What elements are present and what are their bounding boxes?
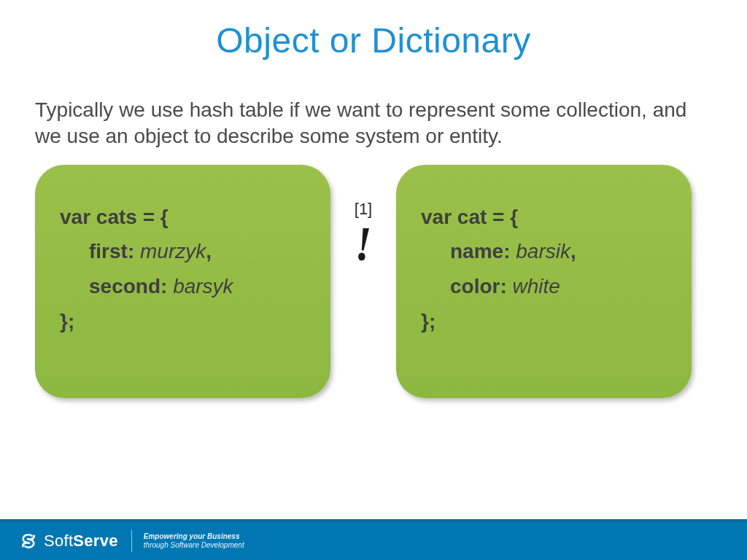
footer-divider — [131, 530, 132, 552]
footer-bar: SoftServe Empowering your Business throu… — [0, 519, 747, 560]
code-val: barsik — [516, 240, 570, 262]
code-close: }; — [60, 304, 306, 339]
code-prop-2: color: white — [421, 269, 667, 304]
brand-name-thin: Soft — [44, 532, 73, 550]
brand-name: SoftServe — [44, 532, 118, 551]
code-row: var cats = { first: murzyk, second: bars… — [0, 165, 747, 398]
code-prop-2: second: barsyk — [60, 269, 306, 304]
brand-name-bold: Serve — [73, 532, 117, 550]
footer-main: SoftServe Empowering your Business throu… — [0, 522, 747, 560]
tagline-line-2: through Software Development — [144, 541, 244, 551]
code-prop-1: first: murzyk, — [60, 234, 306, 269]
code-close: }; — [421, 304, 667, 339]
exclamation-icon: ! — [355, 219, 372, 268]
code-prop-1: name: barsik, — [421, 234, 667, 269]
code-key: color: — [421, 275, 507, 298]
reference-label: [1] — [355, 200, 372, 219]
code-card-right: var cat = { name: barsik, color: white }… — [396, 165, 692, 398]
intro-paragraph: Typically we use hash table if we want t… — [0, 61, 747, 165]
code-val: white — [513, 275, 560, 298]
brand-mark-icon — [19, 532, 38, 551]
code-key: name: — [421, 240, 510, 262]
brand-tagline: Empowering your Business through Softwar… — [144, 532, 244, 551]
brand-logo: SoftServe — [19, 532, 118, 551]
slide-title: Object or Dictionary — [0, 0, 747, 61]
middle-column: [1] ! — [338, 165, 389, 265]
code-val: barsyk — [173, 275, 233, 298]
code-key: first: — [60, 240, 134, 262]
code-comma: , — [570, 240, 576, 262]
tagline-line-1: Empowering your Business — [144, 532, 244, 542]
code-card-left: var cats = { first: murzyk, second: bars… — [35, 165, 330, 398]
code-comma: , — [206, 240, 212, 262]
code-val: murzyk — [140, 240, 206, 262]
code-decl: var cat = { — [421, 200, 667, 235]
code-decl: var cats = { — [60, 200, 306, 235]
code-key: second: — [60, 275, 167, 298]
